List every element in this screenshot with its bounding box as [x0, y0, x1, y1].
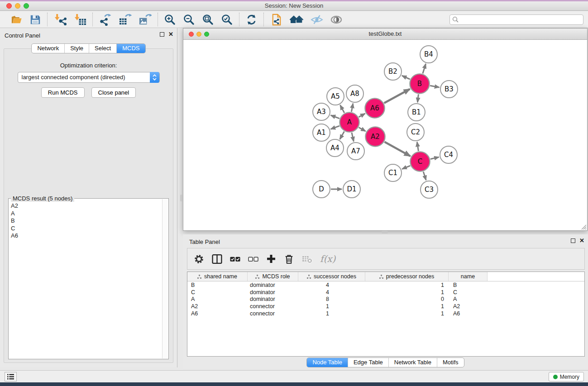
- tab-motifs[interactable]: Motifs: [437, 358, 464, 367]
- splitter-handle[interactable]: [382, 231, 388, 234]
- tab-network-table[interactable]: Network Table: [388, 358, 437, 367]
- tab-edge-table[interactable]: Edge Table: [348, 358, 388, 367]
- graph-node-A5[interactable]: A5: [327, 88, 344, 105]
- import-network-icon[interactable]: [53, 13, 67, 26]
- column-header-predecessor-nodes[interactable]: predecessor nodes: [365, 272, 449, 281]
- graph-node-D[interactable]: D: [313, 181, 330, 198]
- graph-edge-B-B1[interactable]: [417, 94, 418, 102]
- table-cell[interactable]: connector: [248, 303, 298, 310]
- graph-edge-C-C4[interactable]: [430, 157, 439, 159]
- table-cell[interactable]: 8: [298, 296, 365, 302]
- save-session-icon[interactable]: [29, 14, 41, 25]
- table-cell[interactable]: A: [449, 296, 488, 302]
- run-mcds-button[interactable]: Run MCDS: [41, 87, 85, 98]
- tab-select[interactable]: Select: [89, 44, 116, 53]
- graph-node-C2[interactable]: C2: [407, 124, 424, 141]
- zoom-out-icon[interactable]: [183, 14, 195, 26]
- column-header-successor-nodes[interactable]: successor nodes: [298, 272, 365, 281]
- table-cell[interactable]: 0: [365, 296, 449, 302]
- toggle-columns-icon[interactable]: [212, 254, 222, 264]
- zoom-in-icon[interactable]: [164, 14, 176, 26]
- mcds-result-item[interactable]: A2: [9, 202, 162, 210]
- table-cell[interactable]: connector: [248, 310, 298, 317]
- graph-edge-B-B4[interactable]: [423, 64, 426, 74]
- graph-edge-A-A3[interactable]: [331, 115, 339, 119]
- mcds-result-item[interactable]: B: [9, 217, 162, 225]
- table-row[interactable]: Cdominator41C: [187, 289, 584, 296]
- hide-gestures-eye-icon[interactable]: [311, 14, 323, 26]
- tab-node-table[interactable]: Node Table: [307, 358, 348, 367]
- tab-mcds[interactable]: MCDS: [116, 44, 145, 53]
- memory-button[interactable]: Memory: [549, 372, 584, 381]
- mcds-result-item[interactable]: A: [9, 210, 162, 218]
- table-cell[interactable]: dominator: [248, 282, 298, 288]
- table-cell[interactable]: 1: [365, 310, 449, 317]
- mcds-result-scrollbar[interactable]: [162, 199, 168, 358]
- table-cell[interactable]: C: [449, 289, 488, 295]
- table-cell[interactable]: 4: [298, 289, 365, 295]
- table-cell[interactable]: 1: [298, 310, 365, 317]
- table-cell[interactable]: 4: [298, 282, 365, 288]
- table-cell[interactable]: C: [187, 289, 248, 295]
- unselect-all-checkboxes-icon[interactable]: [248, 254, 258, 264]
- graph-node-A8[interactable]: A8: [346, 85, 363, 102]
- column-header-name[interactable]: name: [449, 272, 488, 281]
- graph-node-A2[interactable]: A2: [366, 127, 385, 147]
- splitter-handle[interactable]: [180, 195, 183, 201]
- table-row[interactable]: A2connector11A2: [187, 303, 584, 310]
- export-image-icon[interactable]: [139, 13, 152, 26]
- float-panel-icon[interactable]: [571, 238, 575, 243]
- table-cell[interactable]: A: [187, 296, 248, 302]
- window-resize-grip[interactable]: [580, 224, 587, 230]
- graph-node-C3[interactable]: C3: [421, 181, 438, 198]
- graph-edge-A-A5[interactable]: [340, 105, 344, 113]
- graph-node-A4[interactable]: A4: [326, 139, 344, 157]
- close-window-button[interactable]: [6, 3, 12, 9]
- column-header-MCDS-role[interactable]: MCDS role: [248, 272, 298, 281]
- table-cell[interactable]: A2: [449, 303, 488, 310]
- graph-node-A1[interactable]: A1: [313, 124, 330, 141]
- graph-node-A[interactable]: A: [340, 113, 359, 132]
- settings-gear-icon[interactable]: [194, 254, 204, 264]
- import-table-icon[interactable]: [73, 13, 86, 26]
- search-input[interactable]: [449, 14, 583, 25]
- mcds-result-item[interactable]: A6: [9, 232, 162, 240]
- table-row[interactable]: Adominator80A: [187, 296, 584, 303]
- table-row[interactable]: A6connector11A6: [187, 310, 584, 317]
- graph-edge-A6-B[interactable]: [384, 89, 410, 103]
- graph-node-A3[interactable]: A3: [313, 103, 330, 120]
- table-cell[interactable]: 1: [365, 282, 449, 288]
- zoom-fit-icon[interactable]: [202, 14, 214, 26]
- graph-node-B[interactable]: B: [410, 74, 430, 94]
- graph-edge-C-C1[interactable]: [402, 166, 410, 169]
- graph-edge-B-B2[interactable]: [402, 76, 410, 79]
- tab-network[interactable]: Network: [32, 44, 64, 53]
- zoom-selected-icon[interactable]: [221, 14, 233, 26]
- preview-eye-icon[interactable]: [330, 14, 343, 26]
- graph-edge-A-A1[interactable]: [331, 126, 339, 129]
- graph-node-C[interactable]: C: [411, 152, 430, 172]
- column-header-shared-name[interactable]: shared name: [187, 272, 248, 281]
- graph-node-C1[interactable]: C1: [384, 164, 402, 181]
- show-networks-home-icon[interactable]: [290, 14, 304, 26]
- select-all-checkboxes-icon[interactable]: [230, 254, 240, 264]
- table-cell[interactable]: B: [449, 282, 488, 288]
- float-panel-icon[interactable]: [160, 32, 164, 37]
- graph-edge-C-C2[interactable]: [417, 142, 418, 151]
- network-window-titlebar[interactable]: testGlobe.txt: [183, 29, 587, 40]
- graph-node-B2[interactable]: B2: [384, 63, 402, 80]
- graph-node-B4[interactable]: B4: [420, 46, 437, 63]
- table-cell[interactable]: A6: [449, 310, 488, 317]
- task-history-button[interactable]: [5, 372, 17, 381]
- network-canvas[interactable]: B4B2BB3A8A5A6A3B1AA1C2A2A4A7C4CC1C3DD1: [183, 40, 587, 230]
- graph-node-C4[interactable]: C4: [440, 146, 457, 163]
- graph-edge-A-A4[interactable]: [340, 131, 344, 139]
- graph-node-B3[interactable]: B3: [440, 81, 458, 98]
- graph-node-A7[interactable]: A7: [347, 143, 364, 160]
- graph-edge-C-C3[interactable]: [423, 172, 426, 180]
- mcds-result-item[interactable]: C: [9, 225, 162, 233]
- close-panel-button[interactable]: Close panel: [91, 87, 136, 98]
- graph-node-D1[interactable]: D1: [343, 181, 360, 198]
- minimize-window-button[interactable]: [15, 3, 20, 9]
- graph-node-B1[interactable]: B1: [408, 104, 425, 121]
